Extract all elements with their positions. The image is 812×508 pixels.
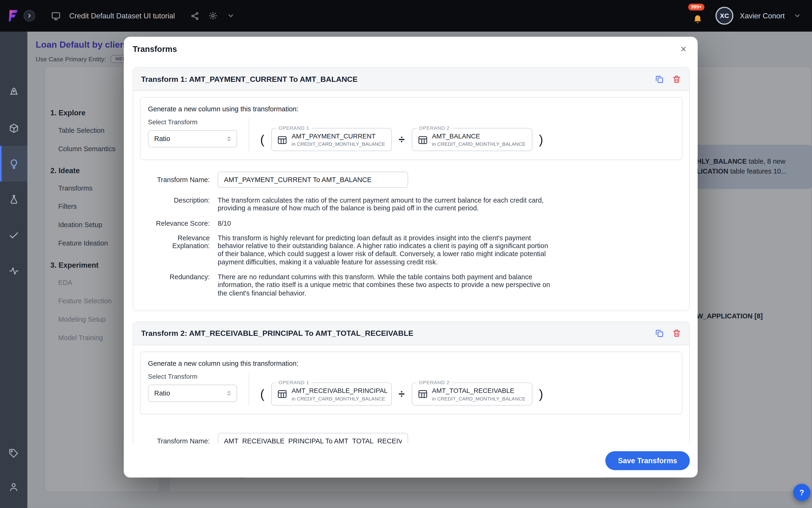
table-icon bbox=[417, 135, 428, 145]
redundancy-value: There are no redundant columns with this… bbox=[218, 273, 553, 297]
monitor-icon bbox=[49, 9, 62, 22]
operand-2[interactable]: OPERAND 2 AMT_TOTAL_RECEIVABLE in CREDIT… bbox=[411, 383, 532, 406]
topbar: Credit Default Dataset UI tutorial 999+ … bbox=[0, 0, 812, 31]
sidebar-item-monitor-activity[interactable] bbox=[0, 253, 27, 288]
trash-icon[interactable] bbox=[672, 74, 681, 84]
topbar-left-group: Credit Default Dataset UI tutorial bbox=[49, 9, 237, 22]
operand-1[interactable]: OPERAND 1 AMT_PAYMENT_CURRENT in CREDIT_… bbox=[271, 128, 392, 151]
generate-label: Generate a new column using this transfo… bbox=[148, 105, 675, 113]
transform-type-select[interactable]: Ratio bbox=[148, 130, 237, 147]
operand-1-column: AMT_RECEIVABLE_PRINCIPAL bbox=[291, 387, 388, 394]
table-icon bbox=[277, 135, 287, 145]
sidebar-item-ideate[interactable] bbox=[0, 146, 27, 181]
divider bbox=[249, 373, 249, 406]
transform-1-formula-panel: Generate a new column using this transfo… bbox=[140, 97, 682, 160]
description-value: The transform calculates the ratio of th… bbox=[218, 196, 553, 212]
operand-2-table: in CREDIT_CARD_MONTHLY_BALANCE bbox=[432, 141, 526, 147]
select-transform-label: Select Transform bbox=[148, 373, 237, 380]
save-transforms-button[interactable]: Save Transforms bbox=[605, 451, 690, 470]
sidebar-item-experiment[interactable] bbox=[0, 182, 27, 217]
transform-name-label: Transform Name: bbox=[140, 437, 218, 443]
share-icon[interactable] bbox=[189, 9, 201, 22]
sidebar-item-launch[interactable] bbox=[0, 75, 27, 110]
flask-icon bbox=[8, 194, 19, 205]
chevron-right-icon bbox=[27, 13, 32, 18]
help-button[interactable]: ? bbox=[793, 484, 810, 501]
generate-label: Generate a new column using this transfo… bbox=[148, 359, 675, 367]
transform-name-input[interactable] bbox=[218, 433, 408, 443]
divide-operator: ÷ bbox=[399, 388, 405, 400]
operand-1-label: OPERAND 1 bbox=[276, 125, 311, 131]
transform-2-formula-panel: Generate a new column using this transfo… bbox=[140, 352, 682, 415]
copy-icon[interactable] bbox=[655, 329, 664, 338]
select-updown-icon bbox=[226, 135, 232, 142]
select-transform-label: Select Transform bbox=[148, 119, 237, 126]
operand-1-table: in CREDIT_CARD_MONTHLY_BALANCE bbox=[291, 141, 385, 147]
transform-2-header: Transform 2: AMT_RECEIVABLE_PRINCIPAL To… bbox=[133, 322, 689, 345]
divider bbox=[249, 119, 249, 151]
transform-1-header: Transform 1: AMT_PAYMENT_CURRENT To AMT_… bbox=[133, 68, 689, 91]
sidebar-item-catalog[interactable] bbox=[0, 110, 27, 146]
close-paren: ) bbox=[539, 133, 543, 146]
transform-2-title: Transform 2: AMT_RECEIVABLE_PRINCIPAL To… bbox=[141, 329, 413, 338]
operand-2[interactable]: OPERAND 2 AMT_BALANCE in CREDIT_CARD_MON… bbox=[411, 128, 532, 151]
operand-1-table: in CREDIT_CARD_MONTHLY_BALANCE bbox=[291, 395, 388, 401]
transform-name-label: Transform Name: bbox=[140, 176, 218, 183]
operand-2-table: in CREDIT_CARD_MONTHLY_BALANCE bbox=[432, 395, 526, 401]
sidebar-item-profile[interactable] bbox=[0, 470, 27, 504]
description-label: Description: bbox=[140, 196, 218, 204]
topbar-right-group: 999+ XC Xavier Conort bbox=[691, 7, 812, 25]
transform-card-1: Transform 1: AMT_PAYMENT_CURRENT To AMT_… bbox=[133, 67, 690, 311]
check-icon bbox=[8, 229, 19, 241]
user-icon bbox=[8, 481, 19, 492]
settings-gear-icon[interactable] bbox=[207, 9, 219, 22]
modal-footer: Save Transforms bbox=[124, 443, 697, 477]
transform-type-value: Ratio bbox=[154, 389, 170, 397]
modal-scroll-area[interactable]: Transform 1: AMT_PAYMENT_CURRENT To AMT_… bbox=[124, 62, 697, 443]
relevance-score-label: Relevance Score: bbox=[140, 219, 218, 227]
relevance-explanation-value: This transform is highly relevant for pr… bbox=[218, 234, 553, 266]
transform-type-select[interactable]: Ratio bbox=[148, 385, 237, 402]
user-name: Xavier Conort bbox=[740, 11, 785, 20]
copy-icon[interactable] bbox=[655, 74, 664, 84]
transform-card-2: Transform 2: AMT_RECEIVABLE_PRINCIPAL To… bbox=[133, 322, 690, 443]
transform-name-input[interactable] bbox=[218, 172, 408, 188]
tag-icon bbox=[8, 448, 19, 459]
relevance-explanation-label: Relevance Explanation: bbox=[140, 234, 218, 250]
dataset-title: Credit Default Dataset UI tutorial bbox=[69, 11, 175, 20]
app-logo[interactable] bbox=[0, 0, 27, 31]
table-icon bbox=[277, 389, 287, 399]
lightbulb-icon bbox=[8, 158, 19, 169]
table-icon bbox=[417, 389, 428, 399]
notification-badge: 999+ bbox=[688, 4, 704, 11]
select-updown-icon bbox=[226, 390, 232, 397]
user-menu-chevron-icon[interactable] bbox=[791, 9, 804, 22]
trash-icon[interactable] bbox=[672, 329, 681, 338]
transforms-modal: Transforms ✕ Transform 1: AMT_PAYMENT_CU… bbox=[124, 37, 697, 477]
close-icon[interactable]: ✕ bbox=[678, 44, 689, 55]
transform-1-title: Transform 1: AMT_PAYMENT_CURRENT To AMT_… bbox=[141, 75, 357, 83]
modal-header: Transforms bbox=[124, 37, 697, 62]
operand-1[interactable]: OPERAND 1 AMT_RECEIVABLE_PRINCIPAL in CR… bbox=[271, 383, 392, 406]
redundancy-label: Redundancy: bbox=[140, 273, 218, 281]
activity-icon bbox=[8, 265, 19, 277]
operand-2-label: OPERAND 2 bbox=[417, 125, 452, 131]
rocket-icon bbox=[8, 87, 19, 98]
operand-2-column: AMT_TOTAL_RECEIVABLE bbox=[432, 387, 526, 394]
logo-icon bbox=[7, 9, 20, 23]
notifications-button[interactable]: 999+ bbox=[691, 8, 705, 24]
open-paren: ( bbox=[260, 133, 265, 146]
sidebar-item-approve[interactable] bbox=[0, 217, 27, 253]
chevron-down-icon[interactable] bbox=[224, 9, 237, 22]
sidebar-item-tags[interactable] bbox=[0, 436, 27, 470]
transform-type-value: Ratio bbox=[154, 135, 170, 143]
sidebar-expand-button[interactable] bbox=[24, 10, 35, 22]
modal-title: Transforms bbox=[133, 45, 177, 54]
app-root: Credit Default Dataset UI tutorial 999+ … bbox=[0, 0, 812, 508]
operand-1-label: OPERAND 1 bbox=[276, 379, 311, 385]
bell-icon bbox=[693, 13, 703, 24]
relevance-score-value: 8/10 bbox=[218, 219, 553, 227]
divide-operator: ÷ bbox=[399, 133, 405, 146]
avatar[interactable]: XC bbox=[716, 7, 734, 25]
catalog-icon bbox=[8, 122, 19, 133]
